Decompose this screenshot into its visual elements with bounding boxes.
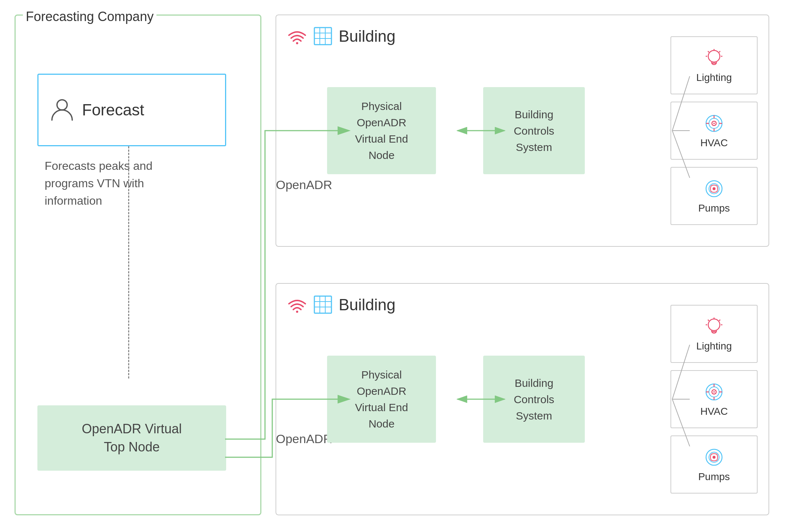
svg-rect-22 <box>314 296 331 313</box>
hvac-label-1: HVAC <box>700 137 728 149</box>
vtn-box: OpenADR VirtualTop Node <box>37 405 226 471</box>
svg-point-37 <box>713 391 715 393</box>
hvac-icon-1 <box>703 112 725 134</box>
ven-box-2: PhysicalOpenADRVirtual EndNode <box>327 356 436 443</box>
forecasting-company-box: Forecasting Company Forecast Forecasts p… <box>15 15 261 515</box>
svg-line-30 <box>719 320 720 321</box>
building-box-1: Building PhysicalOpenADRVirtual EndNode … <box>276 15 769 247</box>
bcs-box-1: BuildingControlsSystem <box>483 87 585 174</box>
lighting-label-1: Lighting <box>696 72 732 83</box>
pump-icon-2 <box>703 446 725 468</box>
dashed-connector-line <box>128 146 129 378</box>
ven-label-2: PhysicalOpenADRVirtual EndNode <box>355 367 408 432</box>
svg-line-31 <box>708 320 709 321</box>
device-boxes-1: Lighting HVAC <box>670 36 758 225</box>
lighting-box-2: Lighting <box>670 305 758 363</box>
pumps-box-1: Pumps <box>670 167 758 225</box>
bcs-label-2: BuildingControlsSystem <box>514 375 554 424</box>
svg-point-21 <box>296 311 298 313</box>
ven-label-1: PhysicalOpenADRVirtual EndNode <box>355 98 408 163</box>
building-label-2: Building <box>339 296 396 314</box>
pump-icon-1 <box>703 178 725 200</box>
hvac-icon-2 <box>703 381 725 403</box>
hvac-box-2: HVAC <box>670 370 758 428</box>
building-icon-1 <box>313 26 333 46</box>
lightbulb-icon-1 <box>703 47 725 69</box>
forecast-box: Forecast <box>37 74 226 146</box>
person-icon <box>49 97 75 123</box>
svg-point-7 <box>708 50 720 62</box>
building-box-2: Building PhysicalOpenADRVirtual EndNode … <box>276 283 769 515</box>
pumps-label-2: Pumps <box>698 471 730 483</box>
lightbulb-icon-2 <box>703 316 725 337</box>
forecast-label: Forecast <box>82 101 144 119</box>
forecast-description: Forecasts peaks and programs VTN with in… <box>45 157 197 209</box>
building-header-1: Building <box>287 26 396 46</box>
svg-point-40 <box>713 456 715 459</box>
svg-point-0 <box>57 100 67 110</box>
vtn-label: OpenADR VirtualTop Node <box>82 420 182 457</box>
ven-box-1: PhysicalOpenADRVirtual EndNode <box>327 87 436 174</box>
svg-line-11 <box>708 51 709 52</box>
pumps-label-1: Pumps <box>698 202 730 214</box>
bcs-label-1: BuildingControlsSystem <box>514 106 554 155</box>
building-icon-2 <box>313 295 333 315</box>
wifi-icon-2 <box>287 296 307 313</box>
building-header-2: Building <box>287 295 396 315</box>
svg-rect-2 <box>314 28 331 45</box>
bcs-box-2: BuildingControlsSystem <box>483 356 585 443</box>
device-boxes-2: Lighting HVAC <box>670 305 758 494</box>
hvac-label-2: HVAC <box>700 406 728 417</box>
pumps-box-2: Pumps <box>670 435 758 494</box>
svg-point-1 <box>296 42 298 44</box>
building-label-1: Building <box>339 27 396 45</box>
lighting-label-2: Lighting <box>696 340 732 352</box>
svg-point-20 <box>713 187 715 190</box>
forecasting-company-title: Forecasting Company <box>23 9 156 24</box>
svg-point-27 <box>708 319 720 331</box>
svg-line-10 <box>719 51 720 52</box>
hvac-box-1: HVAC <box>670 102 758 160</box>
wifi-icon-1 <box>287 28 307 44</box>
svg-point-17 <box>713 123 715 124</box>
lighting-box-1: Lighting <box>670 36 758 94</box>
